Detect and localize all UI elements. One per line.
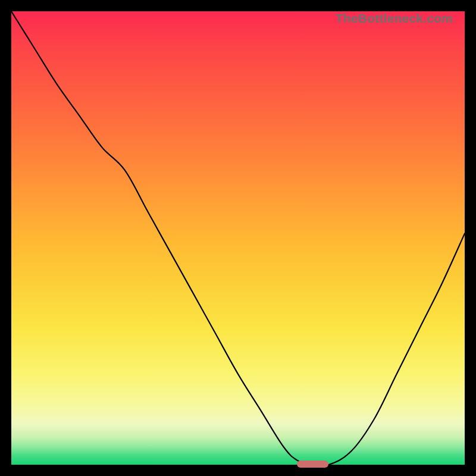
- chart-svg-layer: [11, 11, 465, 465]
- optimal-range-marker: [297, 461, 328, 468]
- chart-plot-area: TheBottleneck.com: [11, 11, 465, 465]
- chart-frame: TheBottleneck.com: [0, 0, 476, 476]
- bottleneck-curve: [11, 11, 465, 466]
